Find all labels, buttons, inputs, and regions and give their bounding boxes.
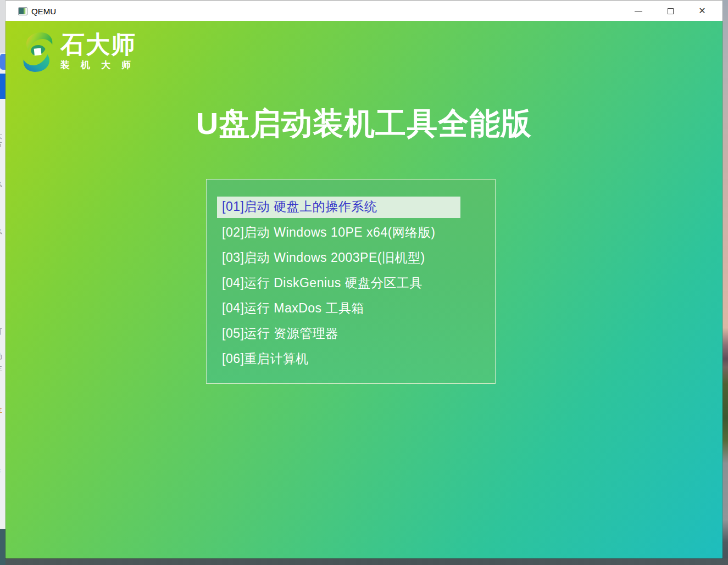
boot-menu-item-label: [04]运行 DiskGenius 硬盘分区工具 <box>222 275 423 292</box>
boot-menu-item-label: [05]运行 资源管理器 <box>222 325 338 342</box>
boot-menu-list: [01]启动 硬盘上的操作系统 [02]启动 Windows 10PE x64(… <box>207 194 495 371</box>
boot-menu-item-02[interactable]: [02]启动 Windows 10PE x64(网络版) <box>207 220 495 245</box>
background-text-fragment: 么 <box>0 180 5 188</box>
title-bar: QEMU ✕ <box>5 1 723 21</box>
logo-icon <box>21 31 55 74</box>
boot-menu-item-label: [06]重启计算机 <box>222 350 309 367</box>
brand-logo: 石大师 装机大师 <box>21 31 142 74</box>
boot-menu-item-label: [03]启动 Windows 2003PE(旧机型) <box>222 249 425 266</box>
maximize-icon <box>668 8 674 14</box>
boot-menu-item-label: [02]启动 Windows 10PE x64(网络版) <box>222 224 436 241</box>
background-text-fragment: .c <box>0 466 5 475</box>
boot-menu-panel: [01]启动 硬盘上的操作系统 [02]启动 Windows 10PE x64(… <box>206 179 496 384</box>
background-text-fragment: 可 <box>0 327 5 336</box>
brand-name: 石大师 <box>60 31 142 58</box>
background-blue-pill-fragment <box>0 54 5 70</box>
background-text-fragment: 金 <box>0 405 5 414</box>
boot-title: U盘启动装机工具全能版 <box>5 103 723 145</box>
background-browser-edge: 大节么么可动主金.c <box>0 0 5 565</box>
boot-menu-item-01[interactable]: [01]启动 硬盘上的操作系统 <box>207 194 495 220</box>
boot-menu-item-05[interactable]: [05]运行 资源管理器 <box>207 321 495 346</box>
boot-menu-item-03[interactable]: [03]启动 Windows 2003PE(旧机型) <box>207 245 495 270</box>
close-button[interactable]: ✕ <box>686 1 718 21</box>
maximize-button[interactable] <box>654 1 686 21</box>
bottom-edge-bar <box>5 558 728 565</box>
vm-display[interactable]: 石大师 装机大师 U盘启动装机工具全能版 [01]启动 硬盘上的操作系统 [02… <box>5 21 723 558</box>
background-browser-toolbar-fragment <box>0 0 5 53</box>
background-text-fragment: 主 <box>0 364 5 373</box>
background-text-fragment: 节 <box>0 141 5 149</box>
close-icon: ✕ <box>698 7 705 15</box>
desktop-wallpaper-edge <box>723 0 728 565</box>
background-text-fragment: 动 <box>0 352 5 361</box>
qemu-window: QEMU ✕ <box>5 1 723 558</box>
boot-menu-item-06[interactable]: [06]重启计算机 <box>207 346 495 371</box>
boot-menu-item-04b[interactable]: [04]运行 MaxDos 工具箱 <box>207 295 495 321</box>
minimize-button[interactable] <box>623 1 654 21</box>
boot-menu-item-label: [04]运行 MaxDos 工具箱 <box>222 300 364 317</box>
background-blue-button-fragment <box>0 74 5 99</box>
boot-menu-item-label: [01]启动 硬盘上的操作系统 <box>217 197 460 218</box>
window-controls: ✕ <box>623 1 718 21</box>
qemu-app-icon[interactable] <box>18 7 27 15</box>
minimize-icon <box>635 11 642 12</box>
background-text-fragment: 么 <box>0 227 5 236</box>
brand-text: 石大师 装机大师 <box>60 31 142 71</box>
background-text-fragment: 大 <box>0 132 5 141</box>
brand-tagline: 装机大师 <box>60 59 142 71</box>
boot-menu-item-04a[interactable]: [04]运行 DiskGenius 硬盘分区工具 <box>207 270 495 295</box>
window-title: QEMU <box>31 7 56 16</box>
background-dark-block-fragment <box>0 529 5 565</box>
